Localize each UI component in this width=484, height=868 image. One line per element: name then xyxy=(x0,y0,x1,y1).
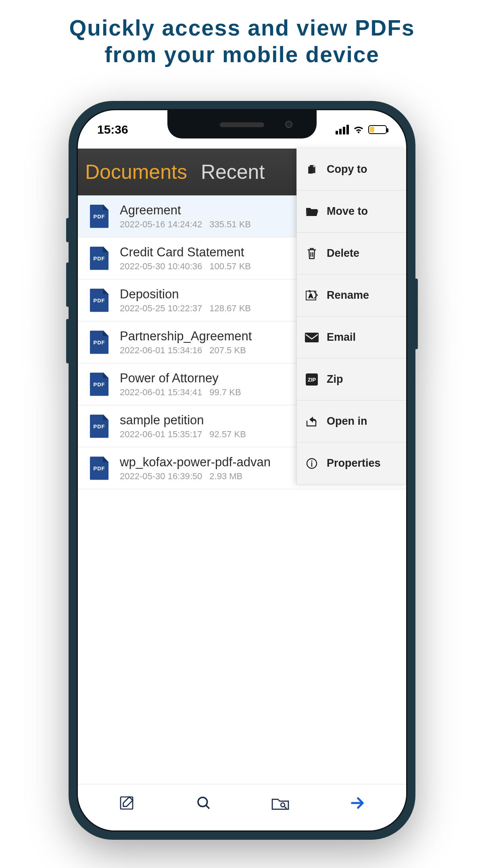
search-button[interactable] xyxy=(192,791,216,815)
compose-button[interactable] xyxy=(115,791,139,815)
cellular-icon xyxy=(336,125,349,134)
headline-line2: from your mobile device xyxy=(0,41,484,68)
menu-label: Move to xyxy=(327,205,368,218)
svg-text:ZIP: ZIP xyxy=(308,377,316,383)
svg-text:A: A xyxy=(309,292,313,299)
copy-icon xyxy=(304,164,319,176)
phone-volume-down xyxy=(66,319,69,363)
bottom-toolbar xyxy=(78,784,406,830)
mail-icon xyxy=(304,333,319,342)
pdf-file-icon: PDF xyxy=(90,289,108,312)
pdf-file-icon: PDF xyxy=(90,373,108,396)
zip-icon: ZIP xyxy=(304,373,319,386)
wifi-icon xyxy=(353,125,364,134)
menu-label: Zip xyxy=(327,373,343,386)
headline-line1: Quickly access and view PDFs xyxy=(0,15,484,41)
status-time: 15:36 xyxy=(97,123,128,136)
menu-properties[interactable]: Properties xyxy=(297,442,406,484)
tab-documents[interactable]: Documents xyxy=(85,160,187,184)
menu-delete[interactable]: Delete xyxy=(297,233,406,275)
menu-label: Rename xyxy=(327,289,369,302)
share-icon xyxy=(304,415,319,428)
menu-email[interactable]: Email xyxy=(297,317,406,359)
menu-label: Email xyxy=(327,331,356,344)
phone-mockup: 15:36 Documents Recent xyxy=(69,101,415,840)
forward-button[interactable] xyxy=(345,791,369,815)
menu-zip[interactable]: ZIP Zip xyxy=(297,359,406,400)
menu-label: Copy to xyxy=(327,163,367,176)
trash-icon xyxy=(304,247,319,260)
pdf-file-icon: PDF xyxy=(90,457,108,480)
info-icon xyxy=(304,457,319,470)
menu-rename[interactable]: A Rename xyxy=(297,275,406,317)
battery-icon xyxy=(368,125,387,134)
folder-open-icon xyxy=(304,206,319,217)
context-menu: Copy to Move to Delete A xyxy=(296,149,406,484)
menu-label: Delete xyxy=(327,247,359,260)
phone-power-button xyxy=(415,279,418,349)
phone-mute-switch xyxy=(66,218,69,242)
pdf-file-icon: PDF xyxy=(90,415,108,438)
pdf-file-icon: PDF xyxy=(90,205,108,228)
menu-move-to[interactable]: Move to xyxy=(297,191,406,233)
menu-label: Properties xyxy=(327,457,381,470)
folder-search-button[interactable] xyxy=(268,791,292,815)
phone-notch xyxy=(167,110,317,138)
rename-icon: A xyxy=(304,289,319,302)
svg-point-2 xyxy=(281,803,285,807)
phone-volume-up xyxy=(66,262,69,307)
svg-point-1 xyxy=(198,797,207,807)
marketing-headline: Quickly access and view PDFs from your m… xyxy=(0,0,484,68)
tab-recent[interactable]: Recent xyxy=(201,160,265,184)
pdf-file-icon: PDF xyxy=(90,331,108,354)
menu-label: Open in xyxy=(327,415,367,428)
pdf-file-icon: PDF xyxy=(90,247,108,270)
menu-open-in[interactable]: Open in xyxy=(297,400,406,442)
svg-rect-5 xyxy=(305,333,319,342)
svg-point-9 xyxy=(311,460,312,461)
menu-copy-to[interactable]: Copy to xyxy=(297,149,406,191)
